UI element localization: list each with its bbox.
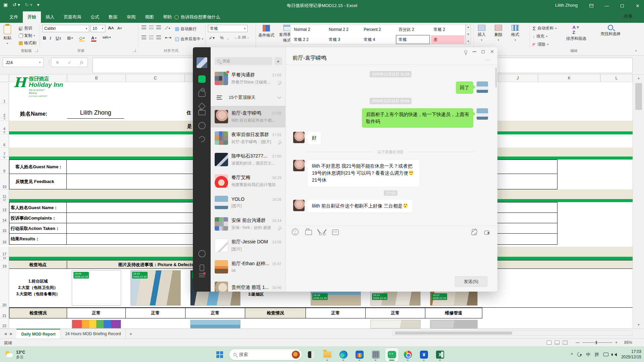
taskbar-clock[interactable]: 17:03 2025/12/15 bbox=[621, 349, 641, 360]
cell-style-option[interactable]: 差 bbox=[431, 35, 465, 44]
column-header[interactable]: L bbox=[600, 74, 633, 82]
tray-expand-icon[interactable]: ^ bbox=[571, 352, 573, 357]
chat-scrollbar[interactable] bbox=[495, 67, 497, 87]
confirm-entry-icon[interactable]: ✓ bbox=[68, 60, 71, 65]
chat-history-icon[interactable] bbox=[332, 230, 339, 235]
autosum-button[interactable]: Σ自动求和▾ bbox=[533, 25, 556, 31]
row-header[interactable]: 19 bbox=[0, 260, 9, 269]
fill-color-button[interactable]: ◇▾ bbox=[79, 36, 85, 42]
display-tray-icon[interactable] bbox=[603, 353, 608, 356]
row-header[interactable]: 18 bbox=[0, 257, 9, 260]
underline-button[interactable]: U▾ bbox=[56, 36, 61, 41]
ribbon-tab[interactable]: 文件 bbox=[5, 11, 23, 23]
format-cells-button[interactable]: 格式▾ bbox=[511, 25, 519, 42]
wechat-search-box[interactable]: 搜索 bbox=[215, 57, 272, 65]
message-bubble[interactable]: 好 bbox=[308, 132, 321, 144]
sync-tray-icon[interactable] bbox=[576, 351, 582, 357]
paste-button[interactable]: 粘贴▾ bbox=[3, 25, 11, 45]
excel-taskbar-icon[interactable]: X bbox=[434, 348, 446, 361]
cancel-entry-icon[interactable]: ✕ bbox=[56, 60, 59, 65]
align-center-icon[interactable] bbox=[149, 36, 154, 40]
wrap-text-button[interactable]: 自动换行 bbox=[175, 26, 197, 32]
voice-call-icon[interactable] bbox=[472, 229, 477, 235]
row-header[interactable]: 4 bbox=[0, 121, 9, 131]
format-painter-button[interactable]: 格式刷 bbox=[19, 40, 36, 46]
edge-taskbar-icon[interactable] bbox=[337, 348, 350, 361]
horizontal-scroll-thumb[interactable] bbox=[395, 331, 512, 335]
minimize-button[interactable]: — bbox=[599, 0, 614, 11]
chat-list-item[interactable]: 早餐沟通群17:02 西餐厅Shine 汪锡俊... bbox=[211, 68, 285, 89]
font-name-combo[interactable]: Calibri▾ bbox=[42, 25, 89, 32]
chat-list-item[interactable]: 陈申钻石37277...17:00 凌晨到的话，酒店巴士... bbox=[211, 149, 285, 170]
wechat-maximize-icon[interactable] bbox=[482, 50, 485, 53]
comma-style-icon[interactable]: , bbox=[227, 36, 228, 40]
row-header[interactable]: 16 bbox=[0, 233, 9, 245]
row-header[interactable]: 13 bbox=[0, 202, 9, 213]
find-select-button[interactable]: 查找和选择 bbox=[600, 25, 621, 37]
row-header[interactable]: 20 bbox=[0, 269, 9, 308]
cell-style-option[interactable]: 常规 2 2 bbox=[290, 35, 325, 45]
column-header[interactable]: B bbox=[67, 74, 126, 82]
cell-style-option[interactable]: 常规 4 bbox=[360, 35, 395, 45]
store-taskbar-icon[interactable] bbox=[353, 348, 366, 361]
chat-list-item[interactable]: 安保 前台沟通群16:14 安保- York：好的 谢谢 bbox=[211, 213, 285, 235]
avatar[interactable] bbox=[293, 200, 305, 211]
styles-gallery-scroll[interactable]: ▲▼▼̱ bbox=[466, 24, 471, 44]
add-sheet-button[interactable]: + bbox=[126, 329, 136, 339]
increase-font-icon[interactable]: A˄ bbox=[108, 25, 114, 31]
vertical-scroll-thumb[interactable] bbox=[635, 83, 642, 110]
message-bubble[interactable]: 后面柜子上有个我的快递，给一下快递员，上面有取件码 bbox=[362, 108, 473, 128]
number-format-combo[interactable]: 常规▾ bbox=[208, 25, 248, 32]
percent-style-icon[interactable]: % bbox=[220, 36, 224, 40]
account-name[interactable]: Lilith Zhong bbox=[555, 3, 578, 8]
wechat-close-icon[interactable]: ✕ bbox=[490, 49, 494, 54]
align-bottom-icon[interactable] bbox=[156, 25, 161, 29]
restore-button[interactable] bbox=[614, 0, 630, 11]
ime-mode-indicator[interactable]: 拼 bbox=[595, 352, 599, 358]
pin-icon[interactable] bbox=[464, 50, 467, 53]
sheet-tab[interactable]: 24 Hours MOD Briefing Record bbox=[60, 329, 126, 339]
send-button[interactable]: 发送(S) bbox=[455, 276, 487, 287]
new-chat-button[interactable]: + bbox=[274, 57, 282, 65]
orientation-icon[interactable]: ⟋▾ bbox=[165, 25, 170, 31]
menu-icon[interactable] bbox=[198, 272, 206, 279]
taskbar-search-box[interactable]: 搜索 bbox=[229, 349, 302, 360]
align-left-icon[interactable] bbox=[142, 36, 146, 40]
clipboard-dialog-launcher[interactable] bbox=[35, 49, 38, 52]
row-header[interactable]: 21 bbox=[0, 308, 9, 318]
row-header[interactable]: 10 bbox=[0, 174, 9, 189]
sheet-tab[interactable]: Daily MOD Report bbox=[16, 329, 60, 339]
increase-decimal-icon[interactable]: ←.0 .00→ bbox=[234, 36, 249, 39]
row-header[interactable]: 17 bbox=[0, 247, 9, 257]
sheet-nav-arrows[interactable]: ◀▶ bbox=[0, 329, 16, 339]
align-middle-icon[interactable] bbox=[149, 25, 154, 29]
zoom-slider[interactable] bbox=[582, 342, 612, 343]
delete-cells-button[interactable]: 删除▾ bbox=[494, 25, 502, 42]
conditional-formatting-button[interactable]: 条件格式 bbox=[258, 25, 275, 38]
insert-function-icon[interactable]: fx bbox=[80, 60, 83, 65]
share-button[interactable]: 共享 bbox=[619, 13, 633, 19]
row-header[interactable]: 8 bbox=[0, 157, 9, 160]
ime-language-indicator[interactable]: 中 bbox=[586, 352, 590, 358]
avatar[interactable] bbox=[293, 160, 305, 171]
explorer-taskbar-icon[interactable] bbox=[321, 348, 334, 361]
align-top-icon[interactable] bbox=[142, 25, 146, 29]
emoji-icon[interactable] bbox=[292, 229, 299, 235]
ribbon-tab[interactable]: 审阅 bbox=[122, 11, 140, 23]
chat-list-item[interactable]: 夜审后假日发票群17:01 前厅-袁宇嵘鸣：[图片] bbox=[211, 127, 285, 149]
column-header[interactable]: J bbox=[497, 74, 538, 82]
zoom-control[interactable]: — + 85% bbox=[576, 340, 632, 345]
page-break-view-icon[interactable] bbox=[563, 341, 568, 345]
close-button[interactable]: ✕ bbox=[630, 0, 644, 11]
font-color-button[interactable]: A▾ bbox=[91, 36, 96, 42]
taskbar-weather-widget[interactable]: 13°C 多云 bbox=[0, 350, 30, 359]
chat-list-item[interactable]: YOLO16:25 [图片] bbox=[211, 192, 285, 213]
chat-list-item[interactable]: 贵州空港 蔡瑶 1...15:40 bbox=[211, 278, 285, 292]
row-header[interactable]: 5 bbox=[0, 131, 9, 134]
cell-style-option[interactable]: 百分比 2 bbox=[395, 24, 430, 35]
indent-icons[interactable]: ⇤⇥ bbox=[165, 36, 171, 40]
wechat-user-avatar[interactable] bbox=[197, 57, 207, 68]
phone-icon[interactable] bbox=[198, 250, 206, 257]
scroll-down-icon[interactable]: ▼ bbox=[633, 321, 644, 328]
row-header[interactable]: 6 bbox=[0, 134, 9, 147]
